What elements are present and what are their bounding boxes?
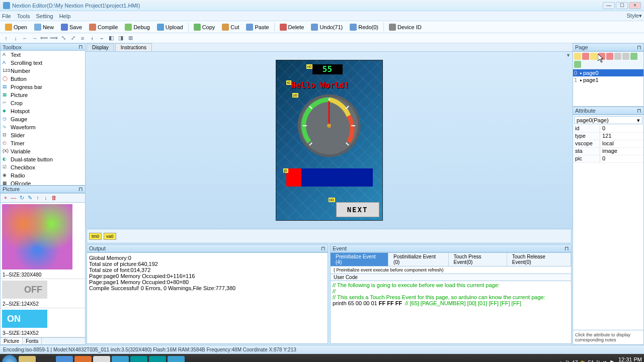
task-firefox[interactable]	[74, 356, 92, 362]
progressbar-component[interactable]	[286, 168, 373, 187]
output-body[interactable]: Global Memory:0Total size of picture:640…	[87, 252, 328, 344]
toolbox-scrolling-text[interactable]: AScrolling text	[1, 59, 85, 67]
picture-item[interactable]: ON3--SIZE:124X52	[1, 310, 85, 337]
align-btn-12[interactable]: ◨	[117, 34, 125, 42]
toolbox-timer[interactable]: ◴Timer	[1, 139, 85, 147]
attr-vscope[interactable]: vscopelocal	[573, 140, 643, 148]
toolbar-compile[interactable]: Compile	[86, 22, 121, 32]
toolbox-qrcode[interactable]: ▩QRcode	[1, 179, 85, 185]
align-btn-4[interactable]: ⟸	[40, 34, 48, 42]
picbar-5[interactable]: ↓	[43, 195, 49, 201]
page-import-icon[interactable]	[574, 61, 581, 68]
toolbox-gauge[interactable]: ◷Gauge	[1, 115, 85, 123]
task-app2[interactable]	[112, 356, 129, 362]
align-btn-5[interactable]: ⟹	[50, 34, 58, 42]
attr-id[interactable]: id0	[573, 125, 643, 133]
event-tab[interactable]: Preinitialize Event (4)	[331, 253, 388, 266]
toolbox-radio[interactable]: ◉Radio	[1, 171, 85, 179]
page-add-icon[interactable]	[574, 53, 581, 60]
tab-instructions[interactable]: Instructions	[115, 43, 152, 51]
align-btn-7[interactable]: ⤢	[69, 34, 77, 42]
canvas[interactable]: n0 55 t0 Hello World! z0	[86, 52, 573, 229]
task-app1[interactable]	[37, 356, 54, 362]
event-tab[interactable]: Touch Release Event(0)	[507, 253, 571, 266]
attr-pic[interactable]: pic0	[573, 155, 643, 163]
tray-icons[interactable]: ▲ ⚐ 47 ⛅ 51 ⚐ 🕪 ⚑	[558, 359, 614, 363]
align-btn-8[interactable]: ≡	[78, 34, 87, 42]
number-component[interactable]: 55	[312, 64, 343, 74]
picture-item[interactable]: OFF2--SIZE:124X52	[1, 281, 85, 308]
toolbar-paste[interactable]: Paste	[243, 22, 272, 32]
picture-item[interactable]: 1--SIZE:320X480	[1, 204, 85, 279]
toolbar-new[interactable]: New	[31, 22, 57, 32]
menu-tools[interactable]: Tools	[17, 13, 30, 19]
picbar-3[interactable]: ✎	[27, 195, 33, 201]
event-tab[interactable]: Postinitialize Event (0)	[388, 253, 449, 266]
page-item-page0[interactable]: 0▸page0	[573, 69, 643, 76]
page-item-page1[interactable]: 1▸page1	[573, 76, 643, 83]
var-tm0[interactable]: tm0	[89, 233, 102, 240]
toolbox-variable[interactable]: (X)Variable	[1, 147, 85, 155]
device-preview[interactable]: n0 55 t0 Hello World! z0	[276, 60, 383, 221]
task-explorer[interactable]	[19, 356, 36, 362]
picbar-2[interactable]: ↻	[19, 195, 25, 201]
page-insert-icon[interactable]	[590, 53, 597, 60]
align-btn-6[interactable]: ⤡	[59, 34, 67, 42]
menu-setting[interactable]: Setting	[36, 13, 53, 19]
toolbox-picture[interactable]: ▦Picture	[1, 91, 85, 99]
align-btn-2[interactable]: ←	[21, 34, 29, 42]
picbar-1[interactable]: —	[11, 195, 17, 201]
task-ie[interactable]	[56, 356, 73, 362]
picture-list[interactable]: 1--SIZE:320X480OFF2--SIZE:124X52ON3--SIZ…	[0, 203, 86, 338]
toolbox-crop[interactable]: ✂Crop	[1, 99, 85, 107]
next-button-component[interactable]: NEXT	[336, 202, 379, 217]
toolbox-progress-bar[interactable]: ▤Progress bar	[1, 83, 85, 91]
toolbar-debug[interactable]: Debug	[122, 22, 152, 32]
toolbox-dual-state-button[interactable]: ◐Dual-state button	[1, 155, 85, 163]
page-delete-icon[interactable]	[582, 53, 589, 60]
task-chrome[interactable]	[93, 356, 110, 362]
align-btn-1[interactable]: ↓	[12, 34, 20, 42]
page-paste-icon[interactable]	[622, 53, 629, 60]
toolbar-undo71[interactable]: Undo(71)	[308, 22, 346, 32]
task-arduino2[interactable]	[149, 356, 166, 362]
picbar-0[interactable]: +	[3, 195, 9, 201]
align-btn-13[interactable]: ⊞	[126, 34, 134, 42]
toolbar-save[interactable]: Save	[58, 22, 85, 32]
toolbox-number[interactable]: 123Number	[1, 67, 85, 75]
maximize-button[interactable]: ☐	[616, 2, 628, 9]
toolbar-cut[interactable]: Cut	[219, 22, 242, 32]
toolbox-waveform[interactable]: ∿Waveform	[1, 123, 85, 131]
attr-type[interactable]: type121	[573, 133, 643, 140]
menu-file[interactable]: File	[2, 13, 11, 19]
tab-fonts[interactable]: Fonts	[23, 338, 42, 344]
page-list[interactable]: 0▸page01▸page1	[573, 69, 643, 83]
picbar-4[interactable]: ↑	[35, 195, 41, 201]
tab-display[interactable]: Display	[87, 43, 114, 51]
attribute-table[interactable]: id0type121vscopelocalstaimagepic0	[573, 125, 643, 163]
toolbar-copy[interactable]: Copy	[191, 22, 218, 32]
tab-picture[interactable]: Picture	[1, 338, 23, 344]
event-code[interactable]: // The following is going to execute bef…	[330, 281, 572, 344]
page-up-icon[interactable]	[598, 53, 605, 60]
minimize-button[interactable]: —	[603, 2, 615, 9]
align-btn-9[interactable]: ⫞	[88, 34, 96, 42]
toolbox-text[interactable]: AText	[1, 51, 85, 59]
toolbar-delete[interactable]: Delete	[277, 22, 307, 32]
var-va0[interactable]: va0	[104, 233, 116, 240]
align-btn-11[interactable]: ◧	[107, 34, 115, 42]
toolbar-redo0[interactable]: Redo(0)	[347, 22, 381, 32]
toolbox-checkbox[interactable]: ☑Checkbox	[1, 163, 85, 171]
close-button[interactable]: ×	[629, 2, 641, 9]
toolbar-upload[interactable]: Upload	[154, 22, 186, 32]
page-copy-icon[interactable]	[614, 53, 621, 60]
attr-sta[interactable]: staimage	[573, 148, 643, 155]
task-arduino1[interactable]	[130, 356, 147, 362]
style-dropdown[interactable]: Style▾	[627, 13, 642, 19]
task-nextion[interactable]	[168, 356, 185, 362]
text-component[interactable]: Hello World!	[291, 80, 350, 90]
event-tab[interactable]: Touch Press Event(0)	[449, 253, 507, 266]
toolbox-hotspot[interactable]: ◆Hotspot	[1, 107, 85, 115]
menu-help[interactable]: Help	[59, 13, 71, 19]
toolbar-open[interactable]: Open	[2, 22, 30, 32]
